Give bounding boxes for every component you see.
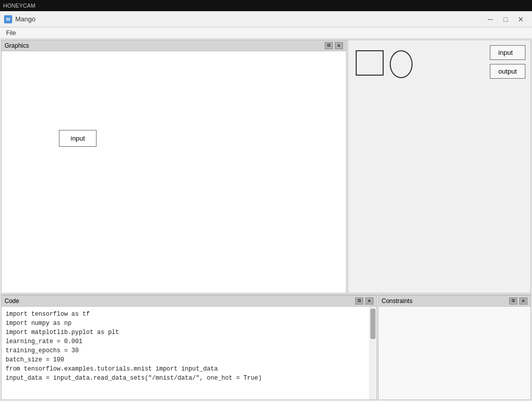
maximize-button[interactable]: □ xyxy=(498,14,513,25)
title-bar: M Mango ─ □ ✕ xyxy=(0,11,532,27)
graphics-panel-header: Graphics ⧉ ✕ xyxy=(2,40,346,51)
code-panel-title: Code xyxy=(5,297,19,305)
graphics-panel: Graphics ⧉ ✕ input xyxy=(1,40,347,293)
upper-panels: Graphics ⧉ ✕ input xyxy=(0,39,532,294)
code-panel-header: Code ⧉ ✕ xyxy=(2,295,377,307)
app-body: File Graphics ⧉ ✕ input xyxy=(0,27,532,401)
code-restore-btn[interactable]: ⧉ xyxy=(355,297,363,305)
code-line: training_epochs = 30 xyxy=(6,346,372,355)
constraints-panel: Constraints ⧉ ✕ xyxy=(378,295,531,400)
code-line: from tensorflow.examples.tutorials.mnist… xyxy=(6,364,372,374)
input-node-graphics[interactable]: input xyxy=(59,130,97,147)
top-bar: HONEYCAM xyxy=(0,0,532,11)
minimize-button[interactable]: ─ xyxy=(483,14,497,25)
code-line: input_data = input_data.read_data_sets("… xyxy=(6,374,372,383)
code-line: learning_rate = 0.001 xyxy=(6,337,372,346)
output-button[interactable]: output xyxy=(490,64,525,79)
input-button[interactable]: input xyxy=(490,45,525,60)
graphics-restore-btn[interactable]: ⧉ xyxy=(325,42,333,49)
constraints-close-btn[interactable]: ✕ xyxy=(519,297,527,305)
code-line: import tensorflow as tf xyxy=(6,310,372,319)
code-line: batch_size = 100 xyxy=(6,355,372,364)
graphics-panel-controls: ⧉ ✕ xyxy=(325,42,343,49)
code-scrollbar[interactable] xyxy=(369,307,377,399)
graphics-close-btn[interactable]: ✕ xyxy=(335,42,343,49)
code-content: import tensorflow as tfimport numpy as n… xyxy=(2,307,377,399)
graphics-canvas: input xyxy=(2,51,346,293)
shape-oval xyxy=(390,50,413,78)
right-panel: input output xyxy=(348,40,531,293)
right-panel-nodes: input output xyxy=(490,45,525,79)
window-controls: ─ □ ✕ xyxy=(483,14,528,25)
constraints-panel-controls: ⧉ ✕ xyxy=(509,297,527,305)
lower-panels: Code ⧉ ✕ import tensorflow as tfimport n… xyxy=(0,294,532,401)
menu-file[interactable]: File xyxy=(2,28,20,38)
code-scrollbar-thumb xyxy=(370,309,375,339)
app-icon: M xyxy=(4,15,12,23)
code-lines: import tensorflow as tfimport numpy as n… xyxy=(6,310,372,383)
app-title: Mango xyxy=(15,15,483,23)
constraints-panel-header: Constraints ⧉ ✕ xyxy=(379,295,530,307)
menu-bar: File xyxy=(0,27,532,39)
constraints-restore-btn[interactable]: ⧉ xyxy=(509,297,517,305)
close-button[interactable]: ✕ xyxy=(514,14,528,25)
code-panel: Code ⧉ ✕ import tensorflow as tfimport n… xyxy=(1,295,377,400)
shape-rectangle xyxy=(356,50,384,76)
code-panel-controls: ⧉ ✕ xyxy=(355,297,373,305)
constraints-content xyxy=(379,307,530,399)
code-line: import matplotlib.pyplot as plt xyxy=(6,328,372,337)
honeycam-label: HONEYCAM xyxy=(3,3,36,9)
code-line: import numpy as np xyxy=(6,319,372,328)
graphics-panel-title: Graphics xyxy=(5,42,29,49)
constraints-panel-title: Constraints xyxy=(382,297,413,305)
code-close-btn[interactable]: ✕ xyxy=(365,297,373,305)
